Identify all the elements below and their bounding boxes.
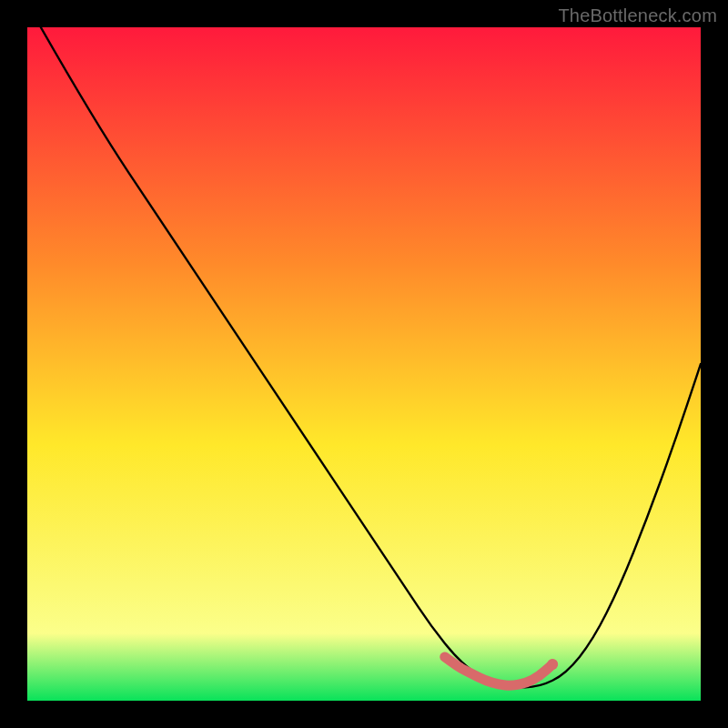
watermark-text: TheBottleneck.com (558, 5, 717, 26)
chart-overlay (27, 27, 701, 701)
bottleneck-curve-line (41, 27, 701, 687)
sweet-spot-end-dot (547, 659, 558, 670)
plot-area (27, 27, 701, 701)
